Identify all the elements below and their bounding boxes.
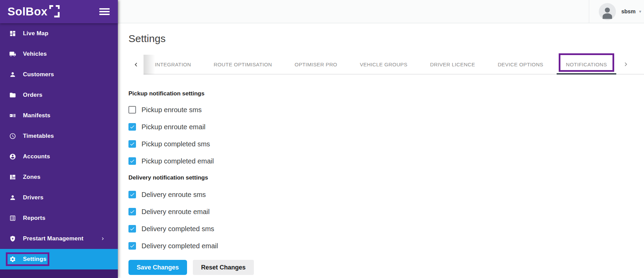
checkbox-label: Delivery completed email (141, 242, 218, 250)
tab-scroll-area: INTEGRATION ROUTE OPTIMISATION OPTIMISER… (144, 55, 644, 75)
report-list-icon (9, 215, 16, 222)
tab-label: INTEGRATION (155, 62, 191, 67)
sidebar-item-live-map[interactable]: Live Map (0, 23, 118, 44)
page-title: Settings (128, 33, 644, 44)
checkbox[interactable] (128, 191, 136, 198)
check-icon (129, 124, 135, 130)
menu-toggle-button[interactable] (99, 8, 110, 15)
checkbox[interactable] (128, 123, 136, 131)
tab-label: ROUTE OPTIMISATION (214, 62, 272, 67)
checkbox-label: Pickup enroute sms (141, 106, 202, 114)
sidebar-item-timetables[interactable]: Timetables (0, 126, 118, 146)
sidebar-nav: Live Map Vehicles Customers Orders (0, 23, 118, 269)
option-delivery-enroute-sms[interactable]: Delivery enroute sms (128, 186, 644, 203)
sidebar-item-orders[interactable]: Orders (0, 85, 118, 105)
sidebar-item-manifests[interactable]: Manifests (0, 105, 118, 126)
form-actions: Save Changes Reset Changes (128, 260, 644, 275)
settings-page: Settings INTEGRATION ROUTE OPTIMISATION … (118, 23, 644, 275)
checkbox-label: Pickup enroute email (141, 123, 206, 131)
chevron-right-icon (622, 61, 630, 68)
check-icon (129, 141, 135, 147)
manifest-list-icon (9, 112, 16, 119)
tab-vehicle-groups[interactable]: VEHICLE GROUPS (348, 55, 419, 74)
option-pickup-completed-sms[interactable]: Pickup completed sms (128, 135, 644, 153)
sidebar-item-customers[interactable]: Customers (0, 64, 118, 85)
reset-button[interactable]: Reset Changes (193, 260, 254, 275)
sidebar-item-settings[interactable]: Settings (0, 249, 118, 269)
check-icon (129, 243, 135, 249)
sidebar-item-label: Settings (23, 256, 47, 263)
topbar: sbsm ▾ (118, 0, 644, 23)
sidebar-item-drivers[interactable]: Drivers (0, 187, 118, 208)
tab-label: OPTIMISER PRO (295, 62, 337, 67)
option-pickup-enroute-sms[interactable]: Pickup enroute sms (128, 101, 644, 118)
checkbox[interactable] (128, 140, 136, 148)
sidebar-item-vehicles[interactable]: Vehicles (0, 44, 118, 64)
zones-grid-icon (9, 174, 16, 181)
sidebar-item-label: Prestart Management (23, 235, 84, 242)
sidebar-item-label: Live Map (23, 30, 48, 37)
tab-driver-licence[interactable]: DRIVER LICENCE (419, 55, 486, 74)
checkbox[interactable] (128, 157, 136, 165)
chevron-right-icon[interactable] (100, 236, 106, 241)
sidebar-item-prestart-management[interactable]: Prestart Management (0, 228, 118, 249)
logo-text: SolBox (8, 5, 48, 18)
section-heading-delivery: Delivery notification settings (128, 174, 644, 181)
person-icon (9, 71, 16, 78)
tab-label: VEHICLE GROUPS (360, 62, 407, 67)
person-icon (9, 194, 16, 201)
tab-device-options[interactable]: DEVICE OPTIONS (486, 55, 555, 74)
tab-optimiser-pro[interactable]: OPTIMISER PRO (283, 55, 348, 74)
chevron-left-icon (132, 61, 140, 68)
check-icon (129, 192, 135, 197)
option-delivery-completed-email[interactable]: Delivery completed email (128, 237, 644, 254)
tab-integration[interactable]: INTEGRATION (144, 55, 202, 74)
tabs-scroll-right-button[interactable] (618, 55, 633, 74)
username: sbsm (621, 9, 636, 15)
settings-tabs: INTEGRATION ROUTE OPTIMISATION OPTIMISER… (128, 55, 644, 75)
sidebar-header: SolBox (0, 0, 118, 23)
sidebar-footer (0, 269, 118, 278)
account-circle-icon (9, 153, 16, 160)
avatar (599, 3, 616, 20)
tab-notifications[interactable]: NOTIFICATIONS (555, 55, 618, 74)
tab-label: DRIVER LICENCE (430, 62, 475, 67)
sidebar-item-label: Accounts (23, 153, 50, 160)
check-icon (129, 158, 135, 164)
option-pickup-completed-email[interactable]: Pickup completed email (128, 153, 644, 170)
checkbox-label: Pickup completed email (141, 157, 214, 165)
save-button[interactable]: Save Changes (128, 260, 187, 275)
clock-icon (9, 133, 16, 140)
check-icon (129, 209, 135, 214)
shield-plus-icon (9, 235, 16, 242)
sidebar-item-reports[interactable]: Reports (0, 208, 118, 228)
checkbox[interactable] (128, 225, 136, 233)
folder-icon (9, 92, 16, 98)
sidebar-item-label: Customers (23, 71, 54, 78)
sidebar: SolBox Live Map (0, 0, 118, 278)
user-menu[interactable]: sbsm ▾ (589, 0, 644, 23)
gear-icon (9, 256, 16, 263)
sidebar-item-label: Drivers (23, 194, 44, 201)
tab-route-optimisation[interactable]: ROUTE OPTIMISATION (202, 55, 283, 74)
tabs-scroll-left-button[interactable] (128, 55, 144, 75)
section-heading-pickup: Pickup notification settings (128, 90, 644, 97)
main-area: sbsm ▾ Settings INTEGRATION ROUTE OPTIMI… (118, 0, 644, 278)
sidebar-item-label: Vehicles (23, 51, 47, 57)
sidebar-item-label: Orders (23, 92, 42, 98)
chevron-down-icon: ▾ (639, 9, 641, 14)
checkbox-label: Pickup completed sms (141, 140, 210, 148)
dashboard-icon (9, 30, 16, 37)
sidebar-item-accounts[interactable]: Accounts (0, 146, 118, 167)
option-delivery-enroute-email[interactable]: Delivery enroute email (128, 203, 644, 220)
sidebar-item-label: Reports (23, 215, 46, 222)
checkbox[interactable] (128, 106, 136, 114)
truck-icon (9, 51, 16, 57)
checkbox[interactable] (128, 242, 136, 250)
sidebar-item-zones[interactable]: Zones (0, 167, 118, 187)
checkbox[interactable] (128, 208, 136, 215)
app-logo: SolBox (8, 5, 60, 18)
app-window: SolBox Live Map (0, 0, 644, 278)
option-delivery-completed-sms[interactable]: Delivery completed sms (128, 220, 644, 237)
option-pickup-enroute-email[interactable]: Pickup enroute email (128, 118, 644, 135)
